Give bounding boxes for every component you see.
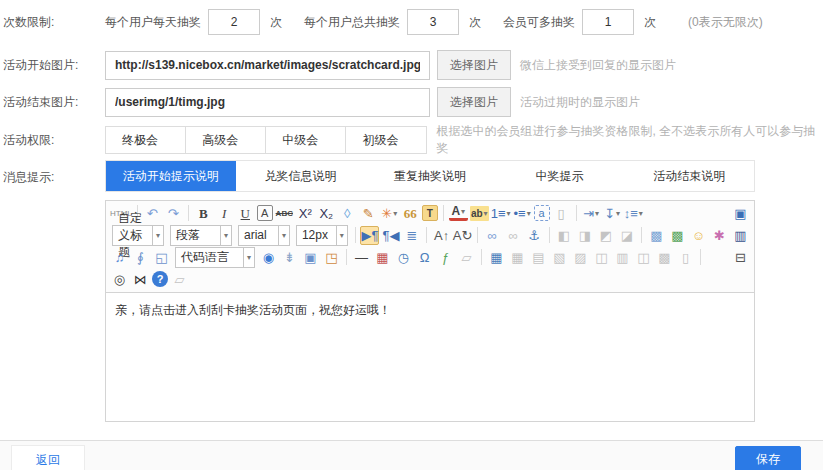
- scrawl-icon[interactable]: ✱: [710, 226, 729, 245]
- ltr-paragraph-icon[interactable]: ▶¶: [360, 226, 379, 245]
- print-icon[interactable]: ⊟: [731, 248, 750, 267]
- message-tabs: 活动开始提示说明兑奖信息说明重复抽奖说明中奖提示活动结束说明: [105, 160, 755, 192]
- anchor-icon[interactable]: ⚓: [525, 226, 544, 245]
- start-image-input[interactable]: [105, 51, 430, 80]
- count-field-suffix: 次: [270, 14, 282, 31]
- delete-col-icon: ▩: [655, 248, 674, 267]
- auto-typeset-icon[interactable]: ✳▾: [380, 204, 399, 223]
- strikethrough-icon[interactable]: ABC: [275, 204, 294, 223]
- char-border-icon[interactable]: A: [257, 205, 273, 221]
- back-button[interactable]: 返回: [11, 445, 85, 470]
- redo-icon[interactable]: ↷: [164, 204, 183, 223]
- font-size-select-value: 12px: [302, 228, 328, 242]
- word-doc-icon: ▯: [676, 248, 695, 267]
- screenshot-icon[interactable]: ◳: [322, 248, 341, 267]
- indent-paragraph-icon[interactable]: ≣: [402, 226, 421, 245]
- underline-icon[interactable]: U: [236, 204, 255, 223]
- end-image-input[interactable]: [105, 88, 430, 117]
- horizontal-rule-icon[interactable]: —: [352, 248, 371, 267]
- custom-title-select[interactable]: 自定义标题▾: [112, 225, 164, 246]
- toolbar-row-3: ♫∮◱代码语言▾◉⇟▣◳—▦◷Ωƒ▱▦▦▤▧▨◫▥◫▩▯⊟: [109, 246, 751, 268]
- subscript-icon[interactable]: X₂: [317, 204, 336, 223]
- paragraph-select[interactable]: 段落▾: [170, 225, 232, 246]
- member-group-buttons: 终极会员高级会员中级会员初级会员: [105, 126, 427, 154]
- save-button[interactable]: 保存: [735, 446, 801, 470]
- count-input[interactable]: [208, 9, 260, 35]
- first-line-indent-icon[interactable]: ⇥▾: [582, 204, 601, 223]
- insert-table-icon[interactable]: ▦: [487, 248, 506, 267]
- font-color-icon[interactable]: A▾: [449, 205, 468, 221]
- toolbar-divider: [426, 227, 427, 243]
- unordered-list-icon[interactable]: •≡▾: [513, 204, 532, 223]
- message-tab[interactable]: 活动开始提示说明: [106, 161, 236, 191]
- permission-label: 活动权限:: [0, 132, 105, 149]
- chevron-down-icon: ▾: [461, 202, 465, 221]
- toolbar-divider: [549, 227, 550, 243]
- toolbar-row-2: 自定义标题▾段落▾arial▾12px▾▶¶¶◀≣A↑A↻∞∞⚓◧◨◩◪▩▩☺✱…: [109, 224, 751, 246]
- anchor-style-icon[interactable]: a: [534, 205, 550, 221]
- superscript-icon[interactable]: X²: [296, 204, 315, 223]
- message-tab[interactable]: 兑奖信息说明: [236, 161, 366, 191]
- emoji-icon[interactable]: ☺: [689, 226, 708, 245]
- line-height-icon[interactable]: ↕≡▾: [624, 204, 643, 223]
- link-icon[interactable]: ∞: [483, 226, 502, 245]
- insert-iframe-icon[interactable]: ▣: [301, 248, 320, 267]
- format-painter-icon[interactable]: ✎: [359, 204, 378, 223]
- insert-video-icon[interactable]: ▥: [731, 226, 750, 245]
- count-input[interactable]: [407, 9, 459, 35]
- rtl-paragraph-icon[interactable]: ¶◀: [381, 226, 400, 245]
- image-align-center-icon: ◨: [575, 226, 594, 245]
- attachment-icon[interactable]: ∮: [131, 248, 150, 267]
- map-icon[interactable]: ◉: [259, 248, 278, 267]
- bold-icon[interactable]: B: [194, 204, 213, 223]
- paste-board-icon: ▱: [170, 270, 189, 289]
- preview-icon[interactable]: ◎: [110, 270, 129, 289]
- fullscreen-icon[interactable]: ▣: [731, 204, 750, 223]
- delete-table-icon: ▦: [508, 248, 527, 267]
- toolbar-divider: [188, 205, 189, 221]
- image-transfer-icon[interactable]: ▩: [668, 226, 687, 245]
- editor-content[interactable]: 亲，请点击进入刮刮卡抽奖活动页面，祝您好运哦！: [106, 293, 754, 421]
- message-tab[interactable]: 重复抽奖说明: [365, 161, 495, 191]
- member-group-button[interactable]: 终极会员: [105, 126, 186, 154]
- text-highlight-icon[interactable]: ab▾: [470, 206, 489, 221]
- chevron-down-icon: ▾: [243, 248, 254, 267]
- insert-time-icon[interactable]: ◷: [394, 248, 413, 267]
- format-eraser-icon[interactable]: ◊: [338, 204, 357, 223]
- change-case-icon[interactable]: A↻: [453, 226, 472, 245]
- end-image-pick-button[interactable]: 选择图片: [437, 87, 511, 117]
- insert-image-icon[interactable]: ▩: [647, 226, 666, 245]
- paragraph-spacing-icon[interactable]: ↧▾: [603, 204, 622, 223]
- image-inline-icon: ◪: [617, 226, 636, 245]
- code-language-select[interactable]: 代码语言▾: [175, 247, 255, 268]
- special-chars-icon[interactable]: Ω: [415, 248, 434, 267]
- insert-date-icon[interactable]: ▦: [373, 248, 392, 267]
- ordered-list-icon[interactable]: 1≡▾: [491, 204, 511, 223]
- toolbar-divider: [443, 205, 444, 221]
- message-tab[interactable]: 活动结束说明: [624, 161, 754, 191]
- insert-app-icon[interactable]: ◱: [152, 248, 171, 267]
- edit-formula-icon[interactable]: ƒ: [436, 248, 455, 267]
- pagebreak-icon[interactable]: ⇟: [280, 248, 299, 267]
- blank-doc-icon[interactable]: ▯: [552, 204, 571, 223]
- music-icon[interactable]: ♫: [110, 248, 129, 267]
- paste-plain-icon[interactable]: T: [422, 205, 438, 221]
- to-uppercase-icon[interactable]: A↑: [432, 226, 451, 245]
- message-tab[interactable]: 中奖提示: [495, 161, 625, 191]
- blockquote-icon[interactable]: 66: [401, 204, 420, 223]
- font-size-select[interactable]: 12px▾: [296, 225, 348, 246]
- member-group-button[interactable]: 初级会员: [345, 126, 426, 154]
- start-image-pick-button[interactable]: 选择图片: [437, 50, 511, 80]
- italic-icon[interactable]: I: [215, 204, 234, 223]
- message-tips-label: 消息提示:: [0, 160, 105, 186]
- find-replace-icon[interactable]: ⋈: [131, 270, 150, 289]
- font-family-select[interactable]: arial▾: [238, 225, 290, 246]
- table-title-icon: ▤: [529, 248, 548, 267]
- count-field-label: 会员可多抽奖: [503, 14, 575, 31]
- start-image-row: 活动开始图片: 选择图片 微信上接受到回复的显示图片: [0, 50, 823, 80]
- help-icon[interactable]: ?: [152, 271, 168, 287]
- member-group-button[interactable]: 中级会员: [265, 126, 346, 154]
- scratch-card-settings-page: 次数限制: 每个用户每天抽奖次每个用户总共抽奖次会员可多抽奖次 (0表示无限次)…: [0, 8, 823, 470]
- count-input[interactable]: [582, 9, 634, 35]
- member-group-button[interactable]: 高级会员: [185, 126, 266, 154]
